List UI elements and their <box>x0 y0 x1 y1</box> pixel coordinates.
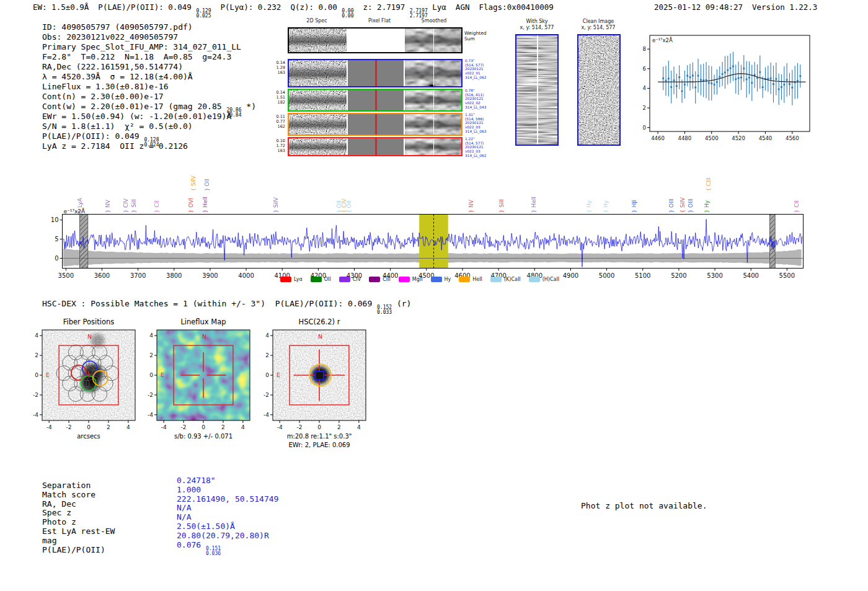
match-row-value: 0.24718" <box>177 476 216 485</box>
match-row-label: P(LAE)/P(OII) <box>42 545 105 554</box>
cutout-content <box>157 330 250 420</box>
svg-text:4: 4 <box>149 332 153 339</box>
svg-text:4: 4 <box>35 332 38 339</box>
svg-text:-4: -4 <box>148 412 153 418</box>
match-row-label: Photo z <box>42 517 76 527</box>
svg-text:4: 4 <box>357 424 361 430</box>
svg-text:2: 2 <box>149 352 153 358</box>
svg-text:-2: -2 <box>264 392 269 398</box>
north-label: N <box>202 333 206 340</box>
north-label: N <box>318 333 322 340</box>
match-row-label: mag <box>42 536 56 545</box>
text-segment: 20.80(20.79,20.80)R <box>177 531 269 540</box>
match-row-value: 1.000 <box>177 485 201 494</box>
text-segment: 1.000 <box>177 485 201 494</box>
match-row-label: Est LyA rest-EW <box>42 527 115 536</box>
super-sub-value: 0.1510.036 <box>206 546 221 557</box>
svg-text:2: 2 <box>265 352 269 358</box>
match-row-value: 2.50(±1.50)Å <box>177 522 235 531</box>
cutout-content <box>42 330 135 420</box>
photz-note: Phot z plot not available. <box>581 501 707 510</box>
svg-text:2: 2 <box>35 352 38 358</box>
cutout-title: Lineflux Map <box>180 318 226 326</box>
east-label: E <box>161 371 164 378</box>
svg-text:0: 0 <box>149 372 153 378</box>
cutout-xlabel: s/b: 0.93 +/- 0.071 <box>174 433 232 440</box>
svg-text:4: 4 <box>265 332 269 339</box>
text-segment: 0.24718" <box>177 476 216 485</box>
svg-text:-4: -4 <box>46 424 52 430</box>
elixer-report-page: EW: 1.5±0.9Å P(LAE)/P(OII): 0.049 0.1290… <box>0 0 868 591</box>
text-segment: 2.50(±1.50)Å <box>177 522 235 531</box>
svg-text:0: 0 <box>317 424 321 430</box>
match-row-value: N/A <box>177 503 191 512</box>
fiber-positions-panel: Fiber Positions-4-4-2-2002244arcsecsNE <box>25 313 149 451</box>
match-table: Separation0.24718"Match score1.000RA, De… <box>42 476 389 562</box>
text-segment: N/A <box>177 503 191 512</box>
cutout-xlabel2: EWr: 2, PLAE: 0.069 <box>288 442 350 448</box>
svg-text:-2: -2 <box>181 424 187 430</box>
svg-text:0: 0 <box>35 372 38 378</box>
match-row-label: RA, Dec <box>42 499 76 509</box>
match-row-value: 0.076 0.1510.036 <box>177 540 221 557</box>
match-row-label: Separation <box>42 481 91 490</box>
cutout-xlabel: m:20.8 re:1.1" s:0.3" <box>287 433 352 440</box>
svg-text:-2: -2 <box>33 392 38 398</box>
cutout-content <box>273 330 366 420</box>
svg-text:4: 4 <box>126 424 130 430</box>
east-label: E <box>46 371 50 378</box>
cutout-title: Fiber Positions <box>63 318 115 326</box>
north-label: N <box>87 333 92 340</box>
match-row-value: 20.80(20.79,20.80)R <box>177 531 269 540</box>
svg-text:-2: -2 <box>66 424 72 430</box>
cutout-xlabel: arcsecs <box>77 433 100 440</box>
east-label: E <box>277 371 280 378</box>
svg-text:-2: -2 <box>297 424 303 430</box>
svg-text:2: 2 <box>221 424 225 430</box>
svg-text:4: 4 <box>241 424 245 430</box>
hsc-image-panel: HSC(26.2) r-4-4-2-2002244m:20.8 re:1.1" … <box>255 313 379 451</box>
text-segment: N/A <box>177 512 191 522</box>
svg-text:2: 2 <box>337 424 341 430</box>
svg-text:0: 0 <box>265 372 269 378</box>
svg-text:-4: -4 <box>33 412 38 418</box>
match-row-label: Spec z <box>42 508 71 517</box>
match-row-label: Match score <box>42 490 95 499</box>
sub-value: 0.036 <box>206 551 221 556</box>
svg-text:0: 0 <box>202 424 205 430</box>
svg-text:2: 2 <box>107 424 110 430</box>
svg-text:-4: -4 <box>277 424 283 430</box>
text-segment: 0.076 <box>177 540 206 549</box>
text-segment: 222.161490, 50.514749 <box>177 494 278 504</box>
cutout-title: HSC(26.2) r <box>299 318 340 326</box>
svg-text:-4: -4 <box>161 424 167 430</box>
svg-text:-2: -2 <box>148 392 153 398</box>
lineflux-map-panel: Lineflux Map-4-4-2-2002244s/b: 0.93 +/- … <box>140 313 264 451</box>
svg-text:0: 0 <box>87 424 91 430</box>
svg-text:-4: -4 <box>264 412 269 418</box>
match-row-value: N/A <box>177 512 191 522</box>
match-row-value: 222.161490, 50.514749 <box>177 494 278 504</box>
